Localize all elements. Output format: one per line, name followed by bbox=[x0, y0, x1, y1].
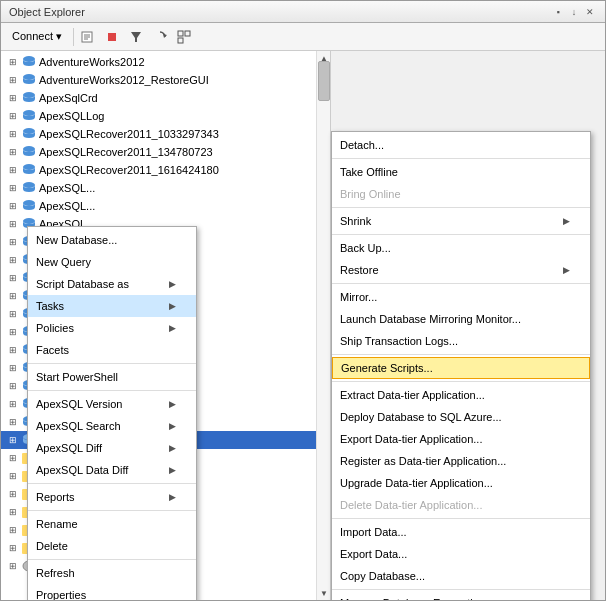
expand-icon: ⊞ bbox=[5, 324, 21, 340]
refresh-icon-btn[interactable] bbox=[150, 26, 172, 48]
collapse-icon-btn[interactable] bbox=[174, 26, 196, 48]
svg-rect-7 bbox=[178, 31, 183, 36]
menu-item-text: Bring Online bbox=[340, 188, 401, 200]
tree-item-apexsql5[interactable]: ⊞ ApexSQL... bbox=[1, 197, 330, 215]
menu-item-text: Generate Scripts... bbox=[341, 362, 433, 374]
menu-item-policies[interactable]: Policies ▶ bbox=[28, 317, 196, 339]
menu-item-text: Reports bbox=[36, 491, 75, 503]
tree-item-apexsqlrecover1[interactable]: ⊞ ApexSQLRecover2011_1033297343 bbox=[1, 125, 330, 143]
menu-item-apexsql-diff[interactable]: ApexSQL Diff ▶ bbox=[28, 437, 196, 459]
submenu-item-restore[interactable]: Restore ▶ bbox=[332, 259, 590, 281]
expand-icon: ⊞ bbox=[5, 54, 21, 70]
submenu-item-manage-encryption[interactable]: Manage Database Encryption... bbox=[332, 592, 590, 600]
menu-item-text: Back Up... bbox=[340, 242, 391, 254]
database-icon bbox=[21, 162, 37, 178]
tree-item-apexsqlcrd[interactable]: ⊞ ApexSqlCrd bbox=[1, 89, 330, 107]
submenu-item-copy-database[interactable]: Copy Database... bbox=[332, 565, 590, 587]
collapse-icon bbox=[177, 30, 191, 44]
scroll-down-arrow[interactable]: ▼ bbox=[317, 586, 331, 600]
expand-icon: ⊞ bbox=[5, 450, 21, 466]
expand-icon: ⊞ bbox=[5, 558, 21, 574]
tree-item-apexsqlrecover2[interactable]: ⊞ ApexSQLRecover2011_134780723 bbox=[1, 143, 330, 161]
menu-item-text: Export Data-tier Application... bbox=[340, 433, 482, 445]
tree-item-adventureworks2012[interactable]: ⊞ AdventureWorks2012 bbox=[1, 53, 330, 71]
expand-icon: ⊞ bbox=[5, 126, 21, 142]
submenu-item-generate-scripts[interactable]: Generate Scripts... bbox=[332, 357, 590, 379]
tree-item-adventureworks2012-restoregui[interactable]: ⊞ AdventureWorks2012_RestoreGUI bbox=[1, 71, 330, 89]
expand-icon: ⊞ bbox=[5, 252, 21, 268]
connect-label: Connect ▾ bbox=[12, 30, 62, 43]
svg-marker-6 bbox=[163, 34, 167, 38]
menu-item-properties[interactable]: Properties bbox=[28, 584, 196, 600]
svg-point-15 bbox=[23, 146, 35, 152]
menu-item-refresh[interactable]: Refresh bbox=[28, 562, 196, 584]
tree-item-apexsql4[interactable]: ⊞ ApexSQL... bbox=[1, 179, 330, 197]
submenu-arrow: ▶ bbox=[169, 421, 176, 431]
menu-item-new-database[interactable]: New Database... bbox=[28, 229, 196, 251]
submenu-item-shrink[interactable]: Shrink ▶ bbox=[332, 210, 590, 232]
menu-item-text: Deploy Database to SQL Azure... bbox=[340, 411, 502, 423]
connect-button[interactable]: Connect ▾ bbox=[5, 26, 69, 48]
menu-item-rename[interactable]: Rename bbox=[28, 513, 196, 535]
submenu-item-extract-datatier[interactable]: Extract Data-tier Application... bbox=[332, 384, 590, 406]
scroll-thumb[interactable] bbox=[318, 61, 330, 101]
menu-item-delete[interactable]: Delete bbox=[28, 535, 196, 557]
auto-hide-button[interactable]: ↓ bbox=[567, 5, 581, 19]
menu-item-text: ApexSQL Diff bbox=[36, 442, 102, 454]
menu-item-reports[interactable]: Reports ▶ bbox=[28, 486, 196, 508]
database-icon bbox=[21, 126, 37, 142]
menu-item-apexsql-search[interactable]: ApexSQL Search ▶ bbox=[28, 415, 196, 437]
svg-point-12 bbox=[23, 92, 35, 98]
submenu-arrow: ▶ bbox=[169, 279, 176, 289]
pin-button[interactable]: ▪ bbox=[551, 5, 565, 19]
submenu-item-take-offline[interactable]: Take Offline bbox=[332, 161, 590, 183]
expand-icon: ⊞ bbox=[5, 342, 21, 358]
stop-icon-btn[interactable] bbox=[102, 26, 124, 48]
menu-separator bbox=[28, 363, 196, 364]
tree-item-apexsqlrecover3[interactable]: ⊞ ApexSQLRecover2011_1616424180 bbox=[1, 161, 330, 179]
menu-item-facets[interactable]: Facets bbox=[28, 339, 196, 361]
new-query-icon-btn[interactable] bbox=[78, 26, 100, 48]
menu-item-tasks[interactable]: Tasks ▶ bbox=[28, 295, 196, 317]
context-menu-1: New Database... New Query Script Databas… bbox=[27, 226, 197, 600]
submenu-item-import-data[interactable]: Import Data... bbox=[332, 521, 590, 543]
toolbar-separator-1 bbox=[73, 28, 74, 46]
svg-point-13 bbox=[23, 110, 35, 116]
submenu-item-mirror[interactable]: Mirror... bbox=[332, 286, 590, 308]
menu-item-text: Launch Database Mirroring Monitor... bbox=[340, 313, 521, 325]
menu-item-text: Delete bbox=[36, 540, 68, 552]
menu-item-text: Start PowerShell bbox=[36, 371, 118, 383]
close-button[interactable]: ✕ bbox=[583, 5, 597, 19]
submenu-item-delete-datatier: Delete Data-tier Application... bbox=[332, 494, 590, 516]
submenu-item-register-datatier[interactable]: Register as Data-tier Application... bbox=[332, 450, 590, 472]
menu-separator bbox=[28, 510, 196, 511]
submenu-item-export-datatier[interactable]: Export Data-tier Application... bbox=[332, 428, 590, 450]
menu-separator bbox=[28, 559, 196, 560]
refresh-icon bbox=[153, 30, 167, 44]
menu-item-apexsql-version[interactable]: ApexSQL Version ▶ bbox=[28, 393, 196, 415]
svg-rect-4 bbox=[108, 33, 116, 41]
submenu-arrow: ▶ bbox=[169, 492, 176, 502]
submenu-item-export-data[interactable]: Export Data... bbox=[332, 543, 590, 565]
expand-icon: ⊞ bbox=[5, 540, 21, 556]
tree-item-apexsqllog[interactable]: ⊞ ApexSQLLog bbox=[1, 107, 330, 125]
menu-item-new-query[interactable]: New Query bbox=[28, 251, 196, 273]
tree-item-label: ApexSQLLog bbox=[39, 110, 104, 122]
menu-separator bbox=[332, 381, 590, 382]
submenu-item-deploy-sql-azure[interactable]: Deploy Database to SQL Azure... bbox=[332, 406, 590, 428]
right-panel: Detach... Take Offline Bring Online Shri… bbox=[331, 51, 605, 600]
submenu-item-ship-transaction[interactable]: Ship Transaction Logs... bbox=[332, 330, 590, 352]
submenu-item-detach[interactable]: Detach... bbox=[332, 134, 590, 156]
menu-item-apexsql-data-diff[interactable]: ApexSQL Data Diff ▶ bbox=[28, 459, 196, 481]
submenu-item-backup[interactable]: Back Up... bbox=[332, 237, 590, 259]
menu-item-start-powershell[interactable]: Start PowerShell bbox=[28, 366, 196, 388]
menu-item-script-database[interactable]: Script Database as ▶ bbox=[28, 273, 196, 295]
submenu-item-upgrade-datatier[interactable]: Upgrade Data-tier Application... bbox=[332, 472, 590, 494]
filter-icon-btn[interactable] bbox=[126, 26, 148, 48]
submenu-arrow: ▶ bbox=[169, 443, 176, 453]
menu-item-text: Mirror... bbox=[340, 291, 377, 303]
menu-item-text: Extract Data-tier Application... bbox=[340, 389, 485, 401]
tree-scrollbar[interactable]: ▲ ▼ bbox=[316, 51, 330, 600]
menu-item-text: Refresh bbox=[36, 567, 75, 579]
submenu-item-launch-mirror-monitor[interactable]: Launch Database Mirroring Monitor... bbox=[332, 308, 590, 330]
